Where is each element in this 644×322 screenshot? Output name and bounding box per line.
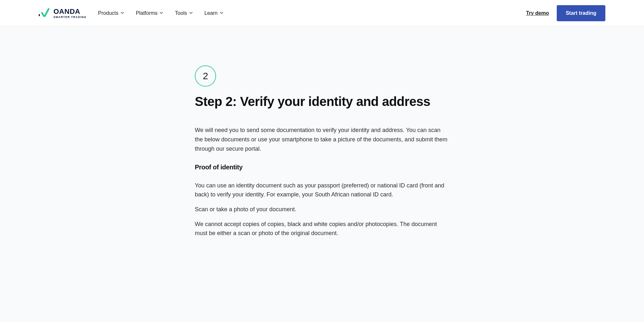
try-demo-link[interactable]: Try demo (526, 10, 549, 16)
content-inner: 2 Step 2: Verify your identity and addre… (188, 65, 456, 238)
proof-of-identity-heading: Proof of identity (195, 164, 449, 171)
nav-label: Platforms (136, 10, 158, 16)
start-trading-button[interactable]: Start trading (557, 5, 605, 21)
chevron-down-icon (189, 10, 193, 16)
chevron-down-icon (220, 10, 223, 16)
logo-text: OANDA SMARTER TRADING (53, 8, 87, 19)
intro-paragraph: We will need you to send some documentat… (195, 126, 449, 153)
body-paragraph: You can use an identity document such as… (195, 181, 449, 199)
step-number: 2 (203, 71, 208, 81)
main-nav: Products Platforms Tools Learn (98, 10, 526, 16)
nav-label: Tools (175, 10, 187, 16)
nav-label: Products (98, 10, 118, 16)
nav-label: Learn (204, 10, 218, 16)
logo[interactable]: OANDA SMARTER TRADING (39, 8, 87, 19)
body-paragraph: We cannot accept copies of copies, black… (195, 220, 449, 238)
header-actions: Try demo Start trading (526, 5, 605, 21)
body-paragraph: Scan or take a photo of your document. (195, 205, 449, 214)
step-number-badge: 2 (195, 65, 216, 87)
logo-tagline: SMARTER TRADING (53, 16, 87, 19)
main-content: 2 Step 2: Verify your identity and addre… (0, 27, 644, 322)
step-heading: Step 2: Verify your identity and address (195, 94, 449, 109)
nav-item-tools[interactable]: Tools (175, 10, 193, 16)
nav-item-platforms[interactable]: Platforms (136, 10, 164, 16)
site-header: OANDA SMARTER TRADING Products Platforms… (0, 0, 644, 27)
logo-name: OANDA (53, 8, 87, 15)
chevron-down-icon (120, 10, 124, 16)
nav-item-products[interactable]: Products (98, 10, 124, 16)
logo-mark-icon (39, 8, 51, 19)
chevron-down-icon (159, 10, 163, 16)
nav-item-learn[interactable]: Learn (204, 10, 223, 16)
